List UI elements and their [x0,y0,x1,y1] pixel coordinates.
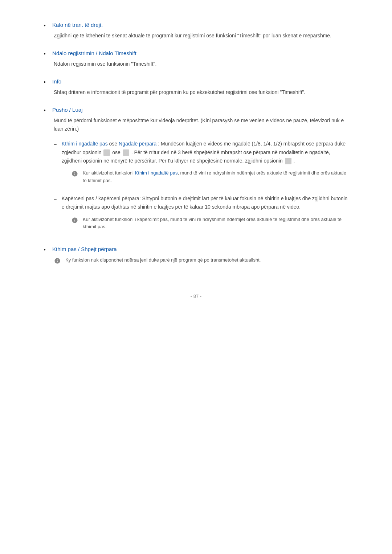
link-ngadale-perpara: Ngadalë përpara [119,141,156,147]
dash-content-kthim: Kthim i ngadaltë pas ose Ngadalë përpara… [62,140,348,189]
kaperceni-text: Kapërceni pas / kapërceni përpara: Shtyp… [62,196,348,210]
icon-normal [285,158,291,164]
note-icon-kthim [71,170,78,177]
section-title-pusho: Pusho / Luaj [52,107,82,113]
note-text-kthim: Kur aktivizohet funksioni Kthim i ngadal… [83,169,348,185]
page-number: - 87 - [191,294,201,299]
section-title-kthim-pas: Kthim pas / Shpejt përpara [52,246,117,252]
note-text-kthim-pas: Ky funksion nuk disponohet ndërsa jeni d… [65,257,261,264]
section-pusho: ● Pusho / Luaj Mund të përdorni funksion… [44,107,348,236]
bullet-header-kthim-pas: ● Kthim pas / Shpejt përpara [44,246,348,252]
note-box-kaperceni: Kur aktivizohet funksioni i kapërcimit p… [71,216,348,231]
link-kthim-pas: Kthim i ngadaltë pas [62,141,108,147]
section-title-kalo: Kalo në tran. të drejt. [52,22,103,28]
section-kthim-pas: ● Kthim pas / Shpejt përpara Ky funksion… [44,246,348,264]
pusho-intro-text: Mund të përdorni funksionet e mëposhtme … [54,118,344,132]
note-link-kthim: Kthim i ngadaltë pas [135,170,178,176]
bullet-dot: ● [44,80,46,84]
section-body-info: Shfaq dritaren e informacionit të progra… [54,88,348,97]
dash-item-kthim: – Kthim i ngadaltë pas ose Ngadalë përpa… [54,140,348,189]
title-part1: Ndalo regjistrimin [52,50,94,56]
section-ndalo: ● Ndalo regjistrimin / Ndalo Timeshift N… [44,50,348,68]
title-part2: Luaj [72,107,82,113]
title-part2: Shpejt përpara [81,246,117,252]
section-title-ndalo: Ndalo regjistrimin / Ndalo Timeshift [52,50,136,56]
page-content: ● Kalo në tran. të drejt. Zgjidhni që të… [44,22,348,264]
bullet-dot: ● [44,23,46,27]
section-body-ndalo: Ndalon regjistrimin ose funksionin "Time… [54,60,348,68]
title-part2: Ndalo Timeshift [99,50,136,56]
note-icon-kaperceni [71,217,78,224]
section-kalo: ● Kalo në tran. të drejt. Zgjidhni që të… [44,22,348,40]
title-part1: Pusho [52,107,68,113]
section-info: ● Info Shfaq dritaren e informacionit të… [44,78,348,97]
note-box-kthim: Kur aktivizohet funksioni Kthim i ngadal… [71,169,348,185]
title-part1: Kthim pas [52,246,77,252]
dash-symbol: – [54,195,57,203]
section-body-pusho: Mund të përdorni funksionet e mëposhtme … [54,116,348,236]
title-sep: / [94,50,99,56]
page-footer: - 87 - [44,294,348,299]
text-dot: . [294,158,295,164]
bullet-dot: ● [44,247,46,251]
note-box-kthim-pas: Ky funksion nuk disponohet ndërsa jeni d… [54,257,348,264]
section-title-info: Info [52,78,61,85]
section-body-kthim-pas: Ky funksion nuk disponohet ndërsa jeni d… [54,257,348,264]
bullet-dot: ● [44,108,46,112]
bullet-dot: ● [44,52,46,56]
sub-section-pusho: – Kthim i ngadaltë pas ose Ngadalë përpa… [54,140,348,236]
icon-rewind [103,149,110,156]
bullet-header-kalo: ● Kalo në tran. të drejt. [44,22,348,28]
dash-content-kaperceni: Kapërceni pas / kapërceni përpara: Shtyp… [62,194,348,236]
note-text-kaperceni: Kur aktivizohet funksioni i kapërcimit p… [83,216,348,231]
text-ose2: ose [112,149,122,155]
title-sep: / [68,107,73,113]
section-body-kalo: Zgjidhni që të ktheheni te skenat aktual… [54,32,348,40]
bullet-header-pusho: ● Pusho / Luaj [44,107,348,113]
icon-forward [123,149,129,156]
text-ose1: ose [109,141,119,147]
title-sep: / [77,246,81,252]
bullet-header-ndalo: ● Ndalo regjistrimin / Ndalo Timeshift [44,50,348,56]
bullet-header-info: ● Info [44,78,348,85]
note-icon-kthim-pas [54,257,61,264]
dash-symbol: – [54,140,57,148]
dash-item-kaperceni: – Kapërceni pas / kapërceni përpara: Sht… [54,194,348,236]
